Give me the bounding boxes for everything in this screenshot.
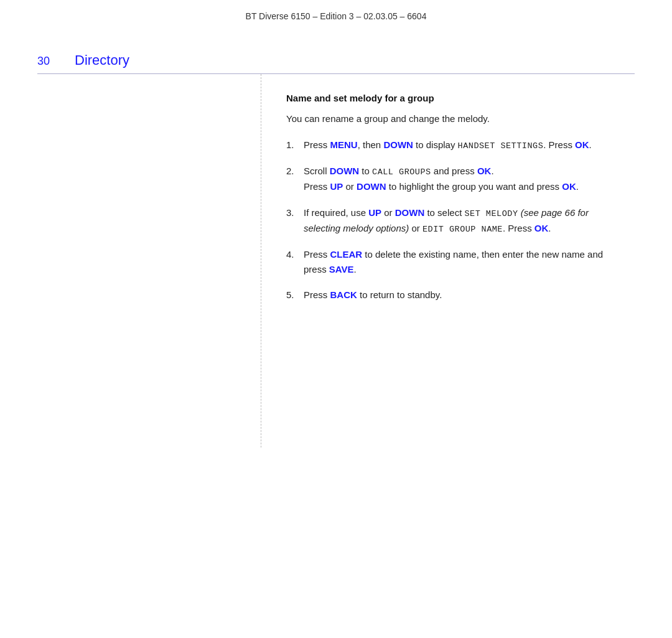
ok-key-3: OK	[562, 181, 576, 192]
step-5: 5. Press BACK to return to standby.	[286, 288, 616, 302]
step-1-content: Press MENU, then DOWN to display HANDSET…	[304, 138, 616, 153]
step-4-number: 4.	[286, 247, 304, 261]
up-key-2: UP	[368, 207, 381, 218]
down-key-4: DOWN	[395, 207, 425, 218]
page-title: Directory	[75, 52, 129, 68]
save-key: SAVE	[329, 264, 354, 274]
down-key-1: DOWN	[383, 139, 413, 150]
call-groups: CALL GROUPS	[372, 167, 431, 177]
right-column: Name and set melody for a group You can …	[261, 74, 635, 448]
step-3: 3. If required, use UP or DOWN to select…	[286, 205, 616, 237]
left-column	[37, 74, 261, 448]
step-2-content: Scroll DOWN to CALL GROUPS and press OK.…	[304, 164, 616, 194]
ok-key-4: OK	[534, 223, 549, 233]
step-4-content: Press CLEAR to delete the existing name,…	[304, 247, 616, 276]
step-2-number: 2.	[286, 164, 304, 178]
step-2: 2. Scroll DOWN to CALL GROUPS and press …	[286, 164, 616, 194]
edit-group-name: EDIT GROUP NAME	[422, 225, 503, 234]
section-heading: Name and set melody for a group	[286, 93, 616, 103]
step-5-content: Press BACK to return to standby.	[304, 288, 616, 302]
page-header: 30 Directory	[0, 27, 672, 68]
menu-key: MENU	[330, 139, 358, 150]
step-1-number: 1.	[286, 138, 304, 152]
step-4: 4. Press CLEAR to delete the existing na…	[286, 247, 616, 276]
header-bar: BT Diverse 6150 – Edition 3 – 02.03.05 –…	[0, 0, 672, 27]
page-number: 30	[37, 55, 62, 68]
back-key: BACK	[330, 289, 357, 300]
step-5-number: 5.	[286, 288, 304, 302]
step-3-content: If required, use UP or DOWN to select SE…	[304, 205, 616, 237]
content-area: Name and set melody for a group You can …	[37, 74, 635, 448]
steps-list: 1. Press MENU, then DOWN to display HAND…	[286, 138, 616, 303]
set-melody: SET MELODY	[464, 209, 518, 218]
header-text: BT Diverse 6150 – Edition 3 – 02.03.05 –…	[246, 11, 427, 21]
ok-key-2: OK	[477, 166, 492, 176]
handset-settings: HANDSET SETTINGS	[458, 141, 544, 151]
down-key-2: DOWN	[330, 166, 360, 176]
intro-text: You can rename a group and change the me…	[286, 112, 616, 126]
up-key-1: UP	[330, 181, 343, 192]
clear-key: CLEAR	[330, 249, 363, 260]
ok-key-1: OK	[575, 139, 589, 150]
step-1: 1. Press MENU, then DOWN to display HAND…	[286, 138, 616, 153]
page-container: BT Diverse 6150 – Edition 3 – 02.03.05 –…	[0, 0, 672, 638]
step-3-number: 3.	[286, 205, 304, 220]
down-key-3: DOWN	[357, 181, 386, 192]
